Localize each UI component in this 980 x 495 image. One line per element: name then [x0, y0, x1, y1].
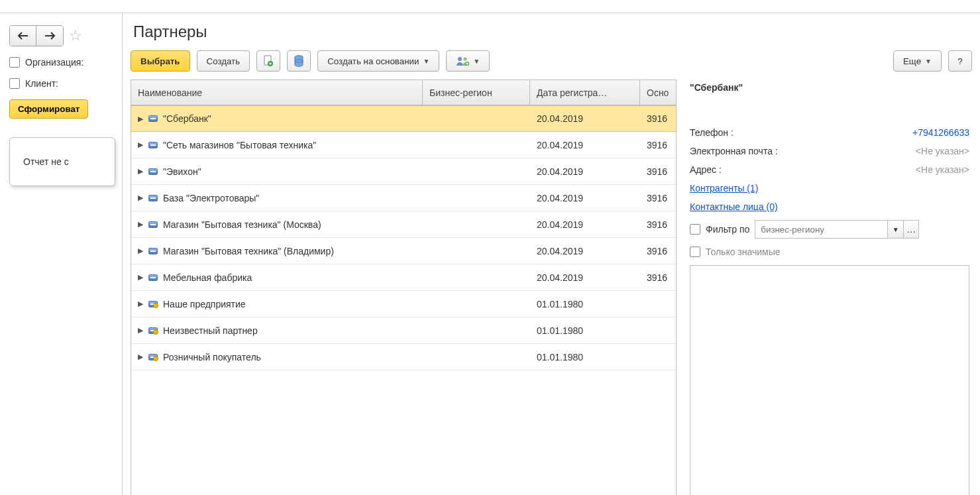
row-main: 3916: [640, 193, 676, 203]
main-pane: Партнеры Выбрать Создать Создать на осно…: [122, 13, 980, 495]
expand-icon[interactable]: ▶: [138, 193, 143, 202]
address-value: <Не указан>: [916, 164, 969, 175]
row-name: "Эвихон": [163, 166, 201, 177]
table-row[interactable]: ▶Мебельная фабрика20.04.20193916: [131, 264, 676, 291]
phone-label: Телефон :: [690, 127, 734, 138]
select-button[interactable]: Выбрать: [131, 50, 190, 72]
table-row[interactable]: ▶"Эвихон"20.04.20193916: [131, 158, 676, 185]
create-button[interactable]: Создать: [197, 50, 250, 72]
table-row[interactable]: ▶Неизвестный партнер01.01.1980: [131, 317, 676, 344]
table-row[interactable]: ▶"Сбербанк"20.04.20193916: [131, 105, 676, 132]
left-pane: ☆ Организация: Клиент: Сформироват Отчет…: [0, 13, 122, 186]
filter-checkbox[interactable]: [690, 224, 700, 235]
folder-icon: [148, 195, 158, 201]
partners-grid: Наименование Бизнес-регион Дата регистра…: [131, 80, 677, 495]
contacts-link[interactable]: Контактные лица (0): [690, 201, 778, 212]
back-button[interactable]: [10, 26, 36, 46]
row-date: 01.01.1980: [530, 352, 640, 362]
email-value: <Не указан>: [916, 146, 969, 156]
folder-icon: [148, 248, 158, 254]
folder-icon: [148, 301, 158, 307]
phone-value[interactable]: +7941266633: [912, 127, 969, 138]
expand-icon[interactable]: ▶: [138, 326, 143, 335]
folder-icon: [148, 354, 158, 360]
side-title: "Сбербанк": [690, 82, 969, 93]
row-date: 20.04.2019: [530, 113, 640, 124]
row-name: "Сеть магазинов "Бытовая техника": [163, 140, 316, 150]
table-row[interactable]: ▶Магазин "Бытовая техника" (Владимир)20.…: [131, 238, 676, 264]
star-icon[interactable]: ☆: [69, 27, 82, 44]
grid-header: Наименование Бизнес-регион Дата регистра…: [131, 80, 676, 105]
row-main: 3916: [640, 246, 676, 256]
filter-row: Фильтр по ▼ …: [690, 220, 969, 239]
table-row[interactable]: ▶Наше предприятие01.01.1980: [131, 291, 676, 317]
row-main: 3916: [640, 219, 676, 230]
org-checkbox[interactable]: [9, 57, 20, 68]
create-based-button[interactable]: Создать на основании ▼: [317, 50, 439, 72]
create-based-label: Создать на основании: [327, 56, 419, 66]
row-date: 20.04.2019: [530, 219, 640, 230]
form-button[interactable]: Сформироват: [9, 99, 88, 119]
notes-area[interactable]: [690, 265, 969, 495]
help-button[interactable]: ?: [948, 50, 972, 72]
row-main: 3916: [640, 272, 676, 283]
expand-icon[interactable]: ▶: [138, 220, 143, 229]
row-date: 01.01.1980: [530, 325, 640, 336]
expand-icon[interactable]: ▶: [138, 273, 143, 282]
expand-icon[interactable]: ▶: [138, 140, 143, 149]
create-copy-button[interactable]: [256, 50, 280, 72]
expand-icon[interactable]: ▶: [138, 353, 143, 361]
email-row: Электронная почта : <Не указан>: [690, 146, 969, 156]
more-button[interactable]: Еще ▼: [893, 50, 942, 72]
filter-input[interactable]: [755, 220, 887, 239]
row-name: Неизвестный партнер: [163, 325, 258, 336]
contragents-link[interactable]: Контрагенты (1): [690, 183, 758, 193]
table-row[interactable]: ▶База "Электротовары"20.04.20193916: [131, 185, 676, 211]
grid-body[interactable]: ▶"Сбербанк"20.04.20193916▶"Сеть магазино…: [131, 105, 676, 495]
address-row: Адрес : <Не указан>: [690, 164, 969, 175]
caret-down-icon: ▼: [423, 58, 429, 65]
users-icon: [456, 56, 469, 66]
page-title: Партнеры: [133, 23, 972, 41]
row-name: Розничный покупатель: [163, 352, 261, 362]
expand-icon[interactable]: ▶: [138, 167, 143, 176]
row-name: База "Электротовары": [163, 193, 259, 203]
filter-label: Фильтр по: [706, 224, 749, 235]
expand-icon[interactable]: ▶: [138, 115, 143, 123]
forward-button[interactable]: [36, 26, 63, 46]
svg-point-4: [458, 57, 462, 61]
filter-browse-button[interactable]: …: [903, 220, 919, 239]
more-label: Еще: [903, 56, 921, 66]
filter-dropdown-button[interactable]: ▼: [887, 220, 903, 239]
col-main[interactable]: Осно: [640, 80, 677, 105]
only-important-checkbox[interactable]: [690, 247, 700, 257]
report-empty-text: Отчет не с: [23, 156, 69, 167]
col-region[interactable]: Бизнес-регион: [423, 80, 530, 105]
row-name: "Сбербанк": [163, 113, 211, 124]
row-date: 20.04.2019: [530, 166, 640, 177]
row-date: 20.04.2019: [530, 140, 640, 150]
report-panel: Отчет не с: [9, 137, 115, 186]
row-name: Магазин "Бытовая тезника" (Москва): [163, 219, 321, 230]
only-important-row: Только значимые: [690, 247, 969, 257]
client-checkbox[interactable]: [9, 78, 20, 89]
expand-icon[interactable]: ▶: [138, 247, 143, 255]
toolbar: Выбрать Создать Создать на основании ▼ ▼…: [131, 50, 972, 72]
table-row[interactable]: ▶Розничный покупатель01.01.1980: [131, 344, 676, 370]
svg-point-5: [464, 58, 467, 61]
folder-icon: [148, 327, 158, 334]
db-button[interactable]: [287, 50, 311, 72]
row-name: Мебельная фабрика: [163, 272, 252, 283]
row-main: 3916: [640, 166, 676, 177]
col-date[interactable]: Дата регистра…: [530, 80, 640, 105]
col-name[interactable]: Наименование: [131, 80, 423, 105]
expand-icon[interactable]: ▶: [138, 300, 143, 308]
users-button[interactable]: ▼: [446, 50, 490, 72]
row-name: Наше предприятие: [163, 299, 246, 309]
caret-down-icon: ▼: [473, 58, 480, 65]
folder-icon: [148, 274, 158, 281]
table-row[interactable]: ▶Магазин "Бытовая тезника" (Москва)20.04…: [131, 211, 676, 238]
side-pane: "Сбербанк" Телефон : +7941266633 Электро…: [687, 80, 972, 495]
only-important-label: Только значимые: [706, 247, 781, 257]
table-row[interactable]: ▶"Сеть магазинов "Бытовая техника"20.04.…: [131, 132, 676, 158]
